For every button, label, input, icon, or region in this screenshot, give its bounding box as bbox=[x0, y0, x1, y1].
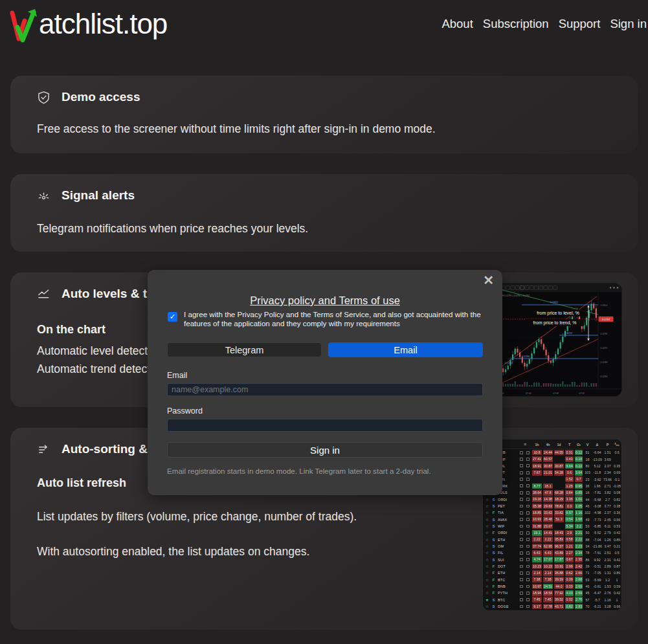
value-cell: 2.89 bbox=[603, 564, 612, 568]
value-cell: 3.77 bbox=[603, 504, 612, 508]
ticker: DOT bbox=[497, 564, 519, 568]
value-cell: 0.86 bbox=[612, 538, 621, 542]
email-button[interactable]: Email bbox=[328, 342, 483, 357]
signin-modal: ✕ Privacy policy and Terms of use ✓ I ag… bbox=[148, 270, 502, 495]
value-cell: -11.8 bbox=[592, 471, 603, 474]
signal-rays-icon bbox=[37, 189, 50, 203]
open-icon bbox=[526, 558, 530, 561]
heat-cell: 10.23 bbox=[543, 564, 553, 570]
value-cell: 57 bbox=[583, 598, 592, 602]
card-title-text: Signal alerts bbox=[61, 188, 135, 203]
value-cell: 70 bbox=[583, 605, 592, 608]
table-row: ☆SXRP27.4160.570.430.1618-13.093.69 bbox=[484, 456, 621, 462]
value-cell: 0.08 bbox=[612, 491, 621, 494]
nav-about[interactable]: About bbox=[441, 17, 473, 31]
value-cell: -6.47 bbox=[592, 591, 603, 595]
value-cell: 46 bbox=[583, 504, 592, 508]
table-row: ☆FPYTH18.9418.5477.924.032.6945-6.472.76… bbox=[484, 590, 621, 596]
star-icon: ☆ bbox=[484, 504, 491, 508]
value-cell: 2.31 bbox=[603, 558, 612, 562]
email-label: Email bbox=[167, 371, 187, 380]
heat-cell: 43.89 bbox=[554, 550, 564, 556]
exchange-letter: S bbox=[491, 605, 497, 608]
logo-text: atchlist.top bbox=[39, 4, 167, 44]
value-cell: 34 bbox=[583, 544, 592, 548]
card-sorting-line2: With autosorting enabled, the list updat… bbox=[37, 545, 309, 559]
telegram-button[interactable]: Telegram bbox=[167, 342, 322, 357]
table-row: ☆FDOT10.2310.2333.912.992.4239-0.512.890… bbox=[484, 563, 621, 570]
value-cell: -5.69 bbox=[592, 578, 603, 582]
heat-cell: 15.1 bbox=[543, 483, 553, 489]
exchange-letter: F bbox=[491, 511, 497, 515]
close-icon[interactable]: ✕ bbox=[483, 272, 494, 288]
privacy-terms-link[interactable]: Privacy policy and Terms of use bbox=[148, 294, 502, 307]
heat-cell: 24.44 bbox=[543, 450, 553, 456]
agree-checkbox[interactable]: ✓ bbox=[168, 312, 177, 322]
value-cell: 71 bbox=[583, 571, 592, 575]
heat-cell: 2.22 bbox=[575, 537, 583, 542]
table-row: ☆FBTC7.387.3839.590.392.6853-5.691.21 bbox=[484, 577, 621, 583]
star-icon: ★ bbox=[484, 598, 491, 602]
open-icon bbox=[526, 498, 530, 501]
heat-cell: 4.74 bbox=[532, 557, 542, 562]
table-row: ☆SAVAX10.9328.4851.30.541.6849-7.732.450… bbox=[484, 516, 621, 522]
exchange-letter: S bbox=[491, 524, 497, 528]
heat-cell: 24.51 bbox=[543, 584, 553, 590]
heat-cell: 0.33 bbox=[565, 584, 574, 590]
screener-header: list ≡ 1h4h1dTO▾VΔPrbtc bbox=[484, 440, 621, 449]
open-icon bbox=[526, 505, 530, 508]
value-cell: 0.82 bbox=[612, 498, 621, 502]
star-icon: ☆ bbox=[484, 511, 491, 515]
value-cell: 2.34 bbox=[603, 471, 612, 474]
value-cell: 3.82 bbox=[603, 491, 612, 494]
ticker: PET bbox=[497, 504, 519, 508]
open-icon bbox=[526, 551, 530, 555]
heat-cell: 2.76 bbox=[575, 597, 583, 603]
copy-icon bbox=[520, 505, 523, 508]
password-input[interactable] bbox=[167, 419, 483, 432]
card-sorting-subtitle: Auto list refresh bbox=[37, 476, 126, 490]
copy-icon bbox=[520, 578, 523, 581]
column-header: P bbox=[603, 443, 612, 447]
heat-cell: 0.6 bbox=[565, 470, 574, 476]
column-header: 4h bbox=[542, 443, 553, 447]
nav-support[interactable]: Support bbox=[559, 17, 601, 31]
value-cell: -5.68 bbox=[592, 498, 603, 502]
heat-cell: 6.64 bbox=[565, 463, 574, 469]
column-header: rbtc bbox=[612, 441, 621, 447]
value-cell: 0.42 bbox=[612, 591, 621, 595]
open-icon bbox=[526, 572, 530, 575]
exchange-letter: S bbox=[491, 498, 497, 502]
heat-cell: 1.16 bbox=[575, 510, 583, 516]
table-row: ☆SAPT7.6721.0154.280.63.64103-11.82.340.… bbox=[484, 469, 621, 476]
logo[interactable]: atchlist.top bbox=[8, 4, 167, 44]
email-input[interactable] bbox=[167, 383, 483, 396]
column-header: Δ bbox=[592, 443, 603, 447]
signin-button[interactable]: Sign in bbox=[167, 442, 483, 458]
heat-cell bbox=[543, 476, 553, 482]
copy-icon bbox=[520, 551, 523, 555]
value-cell: 0.35 bbox=[612, 464, 621, 468]
nav-signin[interactable]: Sign in bbox=[610, 17, 647, 31]
value-cell: -6.85 bbox=[592, 524, 603, 528]
nav-subscription[interactable]: Subscription bbox=[483, 17, 549, 31]
value-cell: 3.28 bbox=[603, 605, 612, 608]
heat-cell: 96.57 bbox=[554, 544, 564, 550]
value-cell: 5.12 bbox=[592, 464, 603, 468]
heat-cell: 0.16 bbox=[575, 456, 583, 462]
value-cell: 2.37 bbox=[603, 464, 612, 468]
value-cell: 49 bbox=[583, 518, 592, 522]
value-cell: 103 bbox=[583, 471, 592, 474]
exchange-letter: S bbox=[491, 518, 497, 522]
value-cell: 0.36 bbox=[612, 511, 621, 515]
value-cell: 2.71 bbox=[603, 484, 612, 488]
value-cell: 0.87 bbox=[612, 564, 621, 568]
table-row: ☆SETH2.222.2235.830.582.2288-7.041.260.8… bbox=[484, 536, 621, 542]
heat-cell: 2.14 bbox=[532, 570, 542, 576]
value-cell: -7.05 bbox=[592, 571, 603, 575]
copy-icon bbox=[520, 605, 523, 608]
heat-cell: 2.35 bbox=[575, 557, 583, 562]
table-row: ☆FTIA18.8533.6233.826.571.16102-4.982.37… bbox=[484, 509, 621, 516]
heat-cell: 14.38 bbox=[543, 496, 553, 502]
value-cell: 44 bbox=[583, 498, 592, 502]
